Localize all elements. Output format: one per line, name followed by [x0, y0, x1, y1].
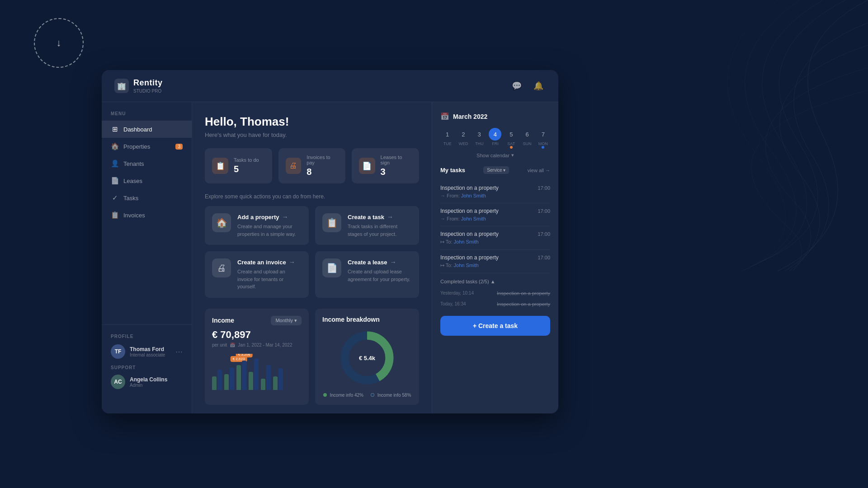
cal-day-4[interactable]: 4FRI: [488, 128, 502, 149]
completed-task-1: Today, 16:34Inspection on a property: [440, 299, 550, 310]
income-meta: per unit 📅 Jan 1, 2022 - Mar 14, 2022: [212, 343, 302, 347]
action-add-property-arrow: →: [282, 213, 288, 221]
task-time-1: 17:00: [538, 208, 550, 214]
bar-group-Mar: € 2,623€ 3,206: [236, 361, 246, 390]
chevron-down-icon: ▾: [511, 152, 514, 158]
invoices-icon: 📋: [111, 211, 119, 219]
sidebar-item-invoices-label: Invoices: [123, 212, 145, 219]
bar-group-Feb: [224, 367, 234, 390]
action-add-property-content: Add a property → Create and manage your …: [237, 213, 302, 238]
task-from-3: ↦ To: John Smith: [440, 263, 550, 268]
create-task-button[interactable]: + Create a task: [440, 316, 550, 336]
stat-tasks: 📋 Tasks to do 5: [205, 148, 272, 183]
cal-day-5[interactable]: 5SAT: [504, 128, 518, 149]
cal-day-6[interactable]: 6SUN: [520, 128, 534, 149]
task-from-1: → From: John Smith: [440, 216, 550, 221]
task-item-3[interactable]: Inspection on a property17:00↦ To: John …: [440, 250, 550, 273]
action-create-task-title: Create a task →: [348, 213, 412, 221]
logo-info: Rentity STUDIO PRO: [133, 78, 163, 94]
completed-tasks-list: Yesterday, 10:14Inspection on a property…: [440, 288, 550, 310]
cal-day-label-1: TUE: [440, 141, 454, 146]
stat-tasks-info: Tasks to do 5: [234, 157, 259, 174]
donut-center: € 5.4k: [359, 354, 375, 361]
bar-a-Feb: [224, 374, 229, 390]
stat-leases-info: Leases to sign 3: [381, 155, 412, 177]
action-create-invoice[interactable]: 🖨 Create an invoice → Create and upload …: [205, 251, 309, 298]
sidebar-item-tasks-label: Tasks: [123, 195, 138, 202]
completed-task-title-0: Inspection on a property: [497, 291, 550, 296]
action-create-lease-title: Create a lease →: [348, 258, 412, 266]
cal-day-2[interactable]: 2WED: [456, 128, 470, 149]
app-header: 🏢 Rentity STUDIO PRO 💬 🔔: [102, 70, 558, 102]
user-angela[interactable]: AC Angela Collins Admin: [111, 375, 183, 389]
completed-tasks-toggle[interactable]: Completed tasks (2/5) ▲: [440, 279, 550, 284]
action-create-task-desc: Track tasks in different stages of your …: [348, 223, 412, 238]
income-chart: € 2,623€ 3,206: [212, 354, 302, 390]
stat-leases-icon: 📄: [359, 158, 375, 174]
action-create-lease[interactable]: 📄 Create a lease → Create and upload lea…: [315, 251, 419, 298]
income-header: Income Monthly ▾: [212, 316, 302, 325]
sidebar-item-invoices[interactable]: 📋 Invoices: [102, 206, 192, 224]
action-create-task-arrow: →: [387, 213, 393, 221]
action-create-lease-arrow: →: [390, 258, 396, 266]
legend-dot-2: [371, 393, 374, 397]
donut-chart: € 5.4k: [338, 328, 396, 387]
notifications-button[interactable]: 🔔: [531, 79, 546, 93]
bar-group-Apr: [249, 358, 259, 390]
task-from-0: → From: John Smith: [440, 193, 550, 198]
task-header-2: Inspection on a property17:00: [440, 231, 550, 237]
greeting: Hello, Thomas!: [205, 115, 419, 129]
sidebar-item-properties[interactable]: 🏠 Properties 3: [102, 138, 192, 155]
task-item-2[interactable]: Inspection on a property17:00↦ To: John …: [440, 226, 550, 250]
bar-b-Jun: [278, 368, 283, 390]
show-calendar-button[interactable]: Show calendar ▾: [440, 152, 550, 158]
support-label: SUPPORT: [111, 365, 183, 370]
action-create-task[interactable]: 📋 Create a task → Track tasks in differe…: [315, 206, 419, 245]
sidebar-bottom: PROFILE TF Thomas Ford Internal associat…: [102, 324, 192, 404]
create-task-btn-label: + Create a task: [473, 322, 518, 329]
actions-grid: 🏠 Add a property → Create and manage you…: [205, 206, 419, 298]
main-content: Hello, Thomas! Here's what you have for …: [192, 102, 432, 413]
menu-section-label: MENU: [102, 111, 192, 121]
bar-a-May: [261, 379, 265, 390]
cal-day-label-6: SUN: [520, 141, 534, 146]
sidebar-item-tasks[interactable]: ✓ Tasks: [102, 189, 192, 206]
cal-day-7[interactable]: 7MON: [536, 128, 550, 149]
action-create-invoice-arrow: →: [289, 258, 295, 266]
avatar-angela: AC: [111, 375, 125, 389]
logo-area: 🏢 Rentity STUDIO PRO: [114, 78, 163, 94]
chat-button[interactable]: 💬: [509, 79, 524, 93]
task-time-3: 17:00: [538, 255, 550, 260]
sidebar-item-tenants[interactable]: 👤 Tenants: [102, 155, 192, 172]
task-from-2: ↦ To: John Smith: [440, 239, 550, 245]
task-time-2: 17:00: [538, 231, 550, 237]
sidebar-item-leases[interactable]: 📄 Leases: [102, 172, 192, 189]
completed-task-meta-0: Yesterday, 10:14: [440, 291, 474, 296]
user-thomas[interactable]: TF Thomas Ford Internal associate ⋯: [111, 344, 183, 359]
user-name-angela: Angela Collins: [130, 376, 167, 383]
avatar-thomas: TF: [111, 344, 125, 359]
task-item-0[interactable]: Inspection on a property17:00→ From: Joh…: [440, 180, 550, 203]
stat-invoices: 🖨 Invoices to pay 8: [278, 148, 346, 183]
income-per: per unit: [212, 343, 227, 347]
bar-a-Mar: € 2,623: [236, 365, 241, 390]
user-info-thomas: Thomas Ford Internal associate: [130, 346, 165, 357]
calendar-header: 📅 March 2022: [440, 112, 550, 121]
view-all-button[interactable]: view all →: [528, 168, 550, 173]
task-title-2: Inspection on a property: [440, 231, 499, 237]
task-item-1[interactable]: Inspection on a property17:00→ From: Joh…: [440, 203, 550, 226]
cal-day-3[interactable]: 3THU: [472, 128, 486, 149]
income-filter-button[interactable]: Monthly ▾: [271, 316, 302, 325]
stat-invoices-value: 8: [307, 167, 338, 177]
cal-day-1[interactable]: 1TUE: [440, 128, 454, 149]
sidebar-item-properties-label: Properties: [123, 143, 150, 150]
bar-a-Apr: [249, 372, 253, 390]
tasks-header: My tasks Service ▾ view all →: [440, 166, 550, 174]
user-more-icon[interactable]: ⋯: [175, 347, 183, 356]
tasks-filter-button[interactable]: Service ▾: [483, 166, 509, 174]
stat-invoices-label: Invoices to pay: [307, 155, 338, 165]
sidebar-item-dashboard[interactable]: ⊞ Dashboard: [102, 121, 192, 138]
action-add-property[interactable]: 🏠 Add a property → Create and manage you…: [205, 206, 309, 245]
task-from-name-1: John Smith: [461, 216, 486, 221]
bar-b-May: [266, 365, 271, 390]
